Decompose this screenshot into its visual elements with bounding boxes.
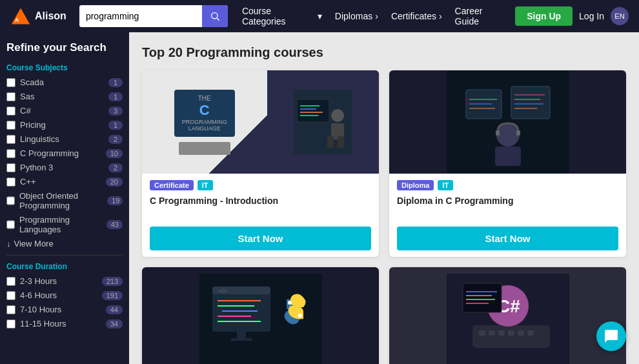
filter-checkbox[interactable] [6, 220, 15, 229]
filter-count: 43 [107, 220, 123, 229]
logo-text: Alison [35, 10, 66, 22]
header: A Alison Course Categories ▾ Diplomas › … [0, 0, 639, 32]
svg-rect-5 [297, 99, 329, 122]
nav-diplomas[interactable]: Diplomas › [335, 11, 378, 21]
svg-marker-0 [12, 8, 30, 25]
svg-rect-45 [489, 330, 495, 336]
filter-item-subject[interactable]: C# 3 [6, 106, 123, 116]
filter-label: C# [20, 106, 31, 116]
svg-rect-49 [527, 330, 534, 336]
filter-item-subject[interactable]: C++ 20 [6, 177, 123, 187]
filter-checkbox[interactable] [6, 177, 15, 187]
filter-count: 2 [108, 163, 123, 172]
filter-count: 10 [106, 149, 123, 158]
svg-rect-26 [516, 130, 520, 136]
course-card-diploma-c: Diploma IT Diploma in C Programming Star… [389, 70, 626, 257]
filter-checkbox[interactable] [6, 78, 15, 87]
filter-checkbox[interactable] [6, 121, 15, 130]
course-info-c-intro: Certificate IT C Programming - Introduct… [142, 174, 379, 257]
filter-checkbox[interactable] [6, 135, 15, 144]
nav-career-guide[interactable]: Career Guide [455, 6, 508, 26]
start-now-button-diploma-c[interactable]: Start Now [397, 227, 618, 250]
badge-certificate: Certificate [150, 180, 194, 190]
login-button[interactable]: Log In [579, 11, 604, 21]
thumbnail-left: THE C PROGRAMMING LANGUAGE [142, 83, 267, 161]
search-input[interactable] [79, 5, 202, 27]
main-nav: Course Categories ▾ Diplomas › Certifica… [242, 6, 507, 26]
filter-label: Scada [20, 77, 44, 87]
filter-checkbox[interactable] [6, 92, 15, 101]
filter-checkbox[interactable] [6, 319, 15, 329]
filter-item-duration[interactable]: 11-15 Hours 34 [6, 319, 123, 329]
python-illustration: </> [199, 274, 322, 364]
chat-bubble[interactable] [596, 321, 626, 351]
filter-item-duration[interactable]: 4-6 Hours 191 [6, 290, 123, 300]
alison-logo-icon: A [10, 6, 31, 26]
filter-checkbox[interactable] [6, 149, 15, 158]
filter-label: 11-15 Hours [20, 319, 66, 329]
signup-button[interactable]: Sign Up [515, 6, 573, 26]
nav-certificates[interactable]: Certificates › [391, 11, 442, 21]
svg-rect-44 [479, 330, 485, 336]
filter-item-subject[interactable]: Programming Languages 43 [6, 215, 123, 234]
filter-checkbox[interactable] [6, 291, 15, 300]
svg-rect-27 [495, 147, 521, 166]
svg-rect-12 [327, 136, 334, 148]
page-title: Top 20 Programming courses [142, 45, 626, 60]
filter-item-subject[interactable]: Sas 1 [6, 92, 123, 101]
sidebar-divider [6, 255, 123, 256]
person-coding-illustration [294, 90, 352, 154]
language-button[interactable]: EN [611, 7, 629, 25]
svg-rect-46 [498, 330, 505, 336]
course-thumbnail-python: </> [142, 267, 379, 364]
content-area: Top 20 Programming courses THE C PROGRAM… [129, 32, 639, 364]
chat-icon [604, 329, 619, 344]
filter-item-subject[interactable]: Scada 1 [6, 77, 123, 87]
course-thumbnail-c-intro: THE C PROGRAMMING LANGUAGE [142, 70, 379, 174]
filter-label: Pricing [20, 120, 46, 130]
filter-item-subject[interactable]: C Programming 10 [6, 148, 123, 158]
header-actions: Sign Up Log In EN [515, 6, 629, 26]
filter-item-subject[interactable]: Object Oriented Programming 19 [6, 191, 123, 210]
filter-item-subject[interactable]: Python 3 2 [6, 163, 123, 172]
course-thumbnail-csharp: C# [389, 267, 626, 364]
filter-item-subject[interactable]: Linguistics 2 [6, 134, 123, 144]
c-book: THE C PROGRAMMING LANGUAGE [174, 90, 235, 137]
filter-checkbox[interactable] [6, 196, 15, 205]
chevron-right-icon: › [375, 11, 378, 21]
svg-rect-38 [230, 338, 252, 341]
filter-count: 213 [102, 277, 123, 286]
filter-count: 19 [107, 196, 123, 205]
filter-checkbox[interactable] [6, 106, 15, 116]
diploma-c-illustration [447, 70, 569, 174]
svg-rect-37 [237, 332, 246, 338]
svg-point-10 [331, 109, 344, 122]
filter-label: Sas [20, 92, 34, 101]
filter-count: 1 [108, 121, 123, 130]
filter-count: 191 [102, 291, 123, 300]
sidebar: Refine your Search Course Subjects Scada… [0, 32, 129, 364]
logo[interactable]: A Alison [10, 6, 66, 26]
svg-point-41 [298, 314, 302, 318]
filter-item-duration[interactable]: 2-3 Hours 213 [6, 276, 123, 286]
filter-checkbox[interactable] [6, 277, 15, 286]
svg-rect-13 [338, 136, 344, 148]
filter-checkbox[interactable] [6, 305, 15, 314]
filter-item-subject[interactable]: Pricing 1 [6, 120, 123, 130]
filter-checkbox[interactable] [6, 163, 15, 172]
start-now-button-c-intro[interactable]: Start Now [150, 227, 371, 250]
search-button[interactable] [202, 5, 228, 27]
course-duration-label: Course Duration [6, 262, 123, 271]
course-subjects-label: Course Subjects [6, 63, 123, 72]
svg-rect-19 [511, 86, 550, 119]
course-info-diploma-c: Diploma IT Diploma in C Programming Star… [389, 174, 626, 257]
nav-course-categories[interactable]: Course Categories ▾ [242, 6, 322, 26]
search-icon [210, 11, 220, 21]
filter-count: 1 [108, 78, 123, 87]
filter-item-duration[interactable]: 7-10 Hours 44 [6, 305, 123, 314]
filter-durations-list: 2-3 Hours 213 4-6 Hours 191 7-10 Hours 4… [6, 276, 123, 329]
badge-it: IT [198, 180, 213, 190]
svg-line-3 [217, 18, 219, 21]
filter-label: 2-3 Hours [20, 276, 57, 286]
view-more-button[interactable]: ↓ View More [6, 239, 123, 248]
